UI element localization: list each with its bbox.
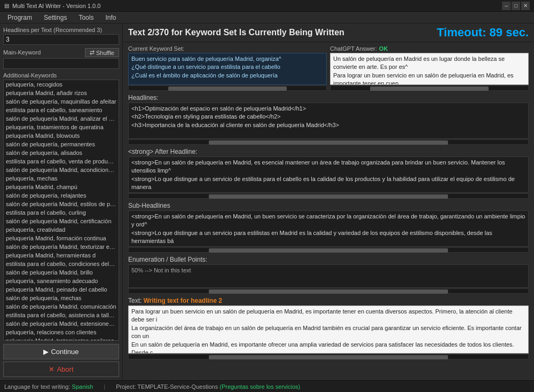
subheadlines-scrollbox[interactable]: <strong>En un salón de peluquería en Mad…	[128, 210, 529, 247]
keyword-item: salón de peluquería Madrid, extensiones …	[4, 319, 119, 328]
keyword-item: salón de peluquería Madrid, certificació…	[4, 217, 119, 225]
app-title: Multi Text AI Writer - Version 1.0.0	[12, 3, 100, 9]
right-panel: Text 2/370 for Keyword Set Is Currently …	[123, 23, 534, 380]
right-header: Text 2/370 for Keyword Set Is Currently …	[123, 23, 534, 42]
keyword-item: peluquería Madrid, formación continua	[4, 234, 119, 242]
timeout-label: Timeout: 89 sec.	[437, 26, 529, 40]
keyword-item: peluquería, tratamientos de queratina	[4, 123, 119, 131]
writing-title: Text 2/370 for Keyword Set Is Currently …	[128, 28, 344, 37]
after-headline-label: <strong> After Headline:	[128, 148, 529, 155]
main-keyword-label: Main-Keyword	[3, 49, 41, 56]
chatgpt-hscroll[interactable]	[330, 85, 529, 91]
status-bar: Language for text writing: Spanish | Pro…	[0, 380, 534, 392]
menu-bar: Program Settings Tools Info	[0, 12, 534, 23]
keyword-item: salón de peluquería, alisados	[4, 148, 119, 157]
keyword-item: peluquería, saneamiento adecuado	[4, 277, 119, 285]
keyword-item: estilista para el cabello, saneamiento	[4, 106, 119, 114]
continue-label: Continue	[51, 348, 78, 356]
writing-text-label: Writing text for headline 2	[144, 297, 222, 304]
keyword-item: salón de peluquería Madrid, estilos de p…	[4, 200, 119, 208]
keyword-set-label: Current Keyword Set:	[128, 45, 327, 52]
headlines-label: Headlines:	[128, 94, 529, 101]
text-label: Text:	[128, 297, 144, 304]
enumeration-label: Enumeration / Bullet Points:	[128, 256, 529, 263]
left-panel: Headlines per Text (Recommended 3) Main-…	[0, 23, 123, 380]
keyword-set-scrollbox[interactable]: Buen servicio para salón de peluquería M…	[128, 53, 327, 85]
main-keyword-input[interactable]	[3, 58, 119, 69]
keyword-hscroll[interactable]	[128, 85, 327, 91]
chatgpt-box: ChatGPT Answer: OK Un salón de peluquerí…	[330, 45, 529, 91]
abort-label: Abort	[57, 365, 73, 373]
title-bar: ▤ Multi Text AI Writer - Version 1.0.0 –…	[0, 0, 534, 12]
keyword-item: estilista para el cabello, venta de prod…	[4, 157, 119, 166]
enumeration-section: Enumeration / Bullet Points: 50% --> Not…	[128, 256, 529, 294]
subheadlines-label: Sub-Headlines	[128, 202, 529, 209]
keyword-item: estilista para el cabello, condiciones d…	[4, 260, 119, 268]
chatgpt-label: ChatGPT Answer: OK	[330, 45, 529, 52]
shuffle-label: Shuffle	[96, 50, 114, 56]
chatgpt-status: OK	[379, 45, 388, 52]
x-icon: ✕	[49, 365, 54, 373]
headlines-per-text-input[interactable]	[3, 34, 119, 45]
project-sub: (Preguntas sobre los servicios)	[219, 383, 300, 390]
menu-info[interactable]: Info	[100, 13, 121, 22]
subheadlines-hscroll[interactable]	[128, 247, 529, 253]
headlines-scrollbox[interactable]: <h1>Optimización del espacio en salón de…	[128, 103, 529, 139]
keyword-item: peluquería Madrid, champú	[4, 183, 119, 191]
play-icon: ▶	[43, 348, 49, 356]
text-hscroll[interactable]	[128, 354, 529, 359]
app-icon: ▤	[4, 3, 9, 9]
main-layout: Headlines per Text (Recommended 3) Main-…	[0, 23, 534, 380]
chatgpt-scrollbox[interactable]: Un salón de peluquería en Madrid es un l…	[330, 53, 529, 85]
main-text-scrollbox[interactable]: Para lograr un buen servicio en un salón…	[128, 305, 529, 354]
text-section: Text: Writing text for headline 2 Para l…	[128, 297, 529, 359]
additional-keywords-label: Additional-Keywords	[3, 72, 119, 79]
keyword-item: salón de peluquería, maquinillas de afei…	[4, 97, 119, 106]
headlines-per-text-label: Headlines per Text (Recommended 3)	[3, 27, 119, 33]
keywords-list[interactable]: peluquería, recogidospeluquería Madrid, …	[3, 80, 119, 341]
keyword-item: peluquería, creatividad	[4, 225, 119, 234]
minimize-button[interactable]: –	[502, 2, 511, 10]
keyword-item: salón de peluquería, permanentes	[4, 140, 119, 148]
close-button[interactable]: ✕	[521, 2, 530, 10]
enumeration-hscroll[interactable]	[128, 288, 529, 294]
after-headline-hscroll[interactable]	[128, 193, 529, 199]
keyword-item: salón de peluquería Madrid, brillo	[4, 268, 119, 277]
headlines-section: Headlines: <h1>Optimización del espacio …	[128, 94, 529, 145]
keyword-item: salón de peluquería Madrid, comunicación	[4, 302, 119, 311]
keyword-item: salón de peluquería Madrid, texturizar e…	[4, 242, 119, 251]
project-status: Project: TEMPLATE-Service-Questions (Pre…	[116, 383, 300, 390]
subheadlines-section: Sub-Headlines <strong>En un salón de pel…	[128, 202, 529, 253]
keyword-item: peluquería Madrid, peinado del cabello	[4, 285, 119, 294]
keyword-item: peluquería Madrid, añadir rizos	[4, 89, 119, 97]
keyword-item: peluquería Madrid, blowouts	[4, 131, 119, 140]
enumeration-scrollbox[interactable]: 50% --> Not in this text	[128, 264, 529, 288]
language-status: Language for text writing: Spanish	[4, 383, 93, 390]
keyword-item: peluquería, recogidos	[4, 80, 119, 89]
after-headline-scrollbox[interactable]: <strong>En un salón de peluquería en Mad…	[128, 156, 529, 193]
continue-button[interactable]: ▶ Continue	[3, 344, 119, 359]
menu-program[interactable]: Program	[2, 13, 37, 22]
menu-tools[interactable]: Tools	[73, 13, 99, 22]
after-headline-section: <strong> After Headline: <strong>En un s…	[128, 148, 529, 199]
shuffle-icon: ⇄	[90, 49, 95, 56]
language-value: Spanish	[72, 383, 93, 390]
headlines-hscroll[interactable]	[128, 139, 529, 145]
keyword-item: salón de peluquería, mechas	[4, 294, 119, 302]
maximize-button[interactable]: □	[512, 2, 520, 10]
keyword-item: estilista para el cabello, asistencia a …	[4, 311, 119, 319]
keyword-set-box: Current Keyword Set: Buen servicio para …	[128, 45, 327, 91]
keyword-item: peluquería Madrid, tratamientos capilare…	[4, 336, 119, 341]
kw-chat-row: Current Keyword Set: Buen servicio para …	[128, 45, 529, 91]
menu-settings[interactable]: Settings	[38, 13, 72, 22]
keyword-item: salón de peluquería, relajantes	[4, 191, 119, 200]
abort-button[interactable]: ✕ Abort	[3, 362, 119, 377]
keyword-item: peluquería, mechas	[4, 174, 119, 183]
keyword-item: salón de peluquería Madrid, acondicionam	[4, 166, 119, 174]
shuffle-button[interactable]: ⇄ Shuffle	[85, 48, 119, 57]
content-area: Current Keyword Set: Buen servicio para …	[123, 42, 534, 380]
keyword-item: salón de peluquería Madrid, analizar el …	[4, 114, 119, 123]
text-label-row: Text: Writing text for headline 2	[128, 297, 529, 304]
keyword-item: peluquería Madrid, herramientas d	[4, 251, 119, 260]
keyword-item: estilista para el cabello, curling	[4, 208, 119, 217]
